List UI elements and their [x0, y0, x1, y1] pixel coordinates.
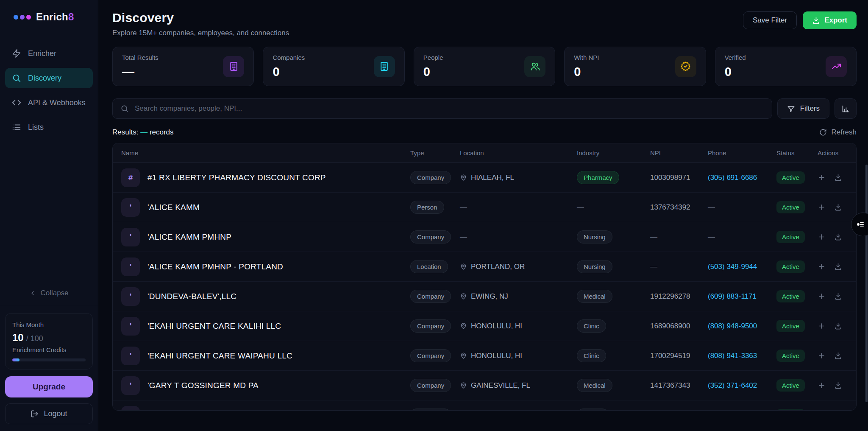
download-icon	[812, 17, 820, 25]
table-row[interactable]: ''ALICE KAMMPerson——1376734392—Active	[113, 193, 856, 222]
add-to-list-button[interactable]	[818, 322, 826, 330]
stat-label: Total Results	[122, 54, 159, 61]
plus-icon	[818, 322, 826, 330]
name-cell: ''ALICE KAMM PMHNP	[121, 228, 410, 246]
stat-card-verified: Verified0	[715, 47, 857, 86]
stat-card-total-results: Total Results—	[112, 47, 254, 86]
sidebar-item-api-webhooks[interactable]: API & Webhooks	[5, 92, 93, 113]
map-pin-icon	[460, 263, 467, 270]
results-count: —	[140, 128, 147, 136]
add-to-list-button[interactable]	[818, 263, 826, 271]
search-input[interactable]	[135, 104, 764, 113]
download-row-button[interactable]	[834, 203, 842, 211]
location-empty: —	[460, 203, 467, 211]
avatar: '	[121, 347, 140, 365]
main-content: Discovery Explore 15M+ companies, employ…	[98, 0, 868, 431]
download-row-button[interactable]	[834, 233, 842, 241]
stat-label: Verified	[725, 54, 746, 61]
chevron-left-icon	[29, 290, 36, 297]
phone-link[interactable]: (352) 371-6402	[708, 381, 757, 389]
phone-link[interactable]: (305) 691-6686	[708, 174, 757, 182]
chart-view-button[interactable]	[835, 98, 857, 119]
upgrade-button[interactable]: Upgrade	[5, 376, 93, 397]
stat-card-with-npi: With NPI0	[564, 47, 706, 86]
refresh-button[interactable]: Refresh	[819, 128, 857, 137]
save-filter-button[interactable]: Save Filter	[743, 11, 797, 29]
stat-value: 0	[574, 65, 599, 79]
phone-link[interactable]: (609) 883-1171	[708, 292, 757, 300]
table-row[interactable]: ##1 RX LIBERTY PHARMACY DISCOUNT CORPCom…	[113, 163, 856, 193]
table-row[interactable]: ''GENTLE DENTISTRY' JENNIFER SPIVEY DDSC…	[113, 400, 856, 411]
avatar: '	[121, 406, 140, 411]
location-cell: GAINESVILLE, FL	[460, 381, 577, 390]
name-cell: ##1 RX LIBERTY PHARMACY DISCOUNT CORP	[121, 168, 410, 187]
add-to-list-button[interactable]	[818, 174, 826, 182]
phone-link[interactable]: (503) 349-9944	[708, 263, 757, 271]
search-icon	[120, 104, 129, 113]
credits-used: 10	[12, 332, 24, 344]
bar-chart-icon	[841, 104, 850, 113]
status-badge: Active	[776, 260, 805, 273]
type-badge: Company	[410, 349, 451, 362]
usage-card: This Month 10 / 100 Enrichment Credits	[5, 313, 93, 369]
map-pin-icon	[460, 352, 467, 359]
sidebar-item-lists[interactable]: Lists	[5, 117, 93, 137]
table-row[interactable]: ''EKAHI URGENT CARE KALIHI LLCCompanyHON…	[113, 311, 856, 341]
collapse-button[interactable]: Collapse	[0, 283, 98, 306]
stat-card-people: People0	[414, 47, 555, 86]
brand-logo: Enrich8	[0, 0, 98, 23]
location-cell: PORTLAND, OR	[460, 263, 577, 271]
export-button[interactable]: Export	[803, 11, 857, 29]
sidebar-item-label: Lists	[28, 123, 44, 132]
stat-label: With NPI	[574, 54, 599, 61]
sidebar-item-label: Discovery	[28, 74, 61, 83]
download-row-button[interactable]	[834, 292, 842, 300]
logout-label: Logout	[44, 409, 67, 418]
avatar: '	[121, 376, 140, 395]
trending-up-icon	[826, 56, 847, 77]
add-to-list-button[interactable]	[818, 203, 826, 211]
plus-icon	[818, 292, 826, 300]
sliders-icon	[855, 219, 868, 229]
sidebar-item-discovery[interactable]: Discovery	[5, 68, 93, 88]
phone-link[interactable]: (808) 941-3363	[708, 352, 757, 360]
scrollbar-thumb[interactable]	[865, 165, 868, 402]
avatar: '	[121, 287, 140, 306]
map-pin-icon	[460, 382, 467, 389]
sidebar-item-enricher[interactable]: Enricher	[5, 43, 93, 64]
npi-empty: —	[650, 233, 657, 241]
entity-name: #1 RX LIBERTY PHARMACY DISCOUNT CORP	[147, 173, 326, 182]
table-row[interactable]: ''EKAHI URGENT CARE WAIPAHU LLCCompanyHO…	[113, 341, 856, 371]
table-row[interactable]: ''ALICE KAMM PMHNPCompany—Nursing——Activ…	[113, 222, 856, 252]
plus-icon	[818, 233, 826, 241]
download-row-button[interactable]	[834, 322, 842, 330]
credits-total: / 100	[26, 334, 43, 343]
npi-value: 1912296278	[650, 292, 690, 300]
location-cell: HONOLULU, HI	[460, 352, 577, 360]
download-row-button[interactable]	[834, 352, 842, 360]
phone-link[interactable]: (808) 948-9500	[708, 322, 757, 330]
plus-icon	[818, 381, 826, 389]
download-row-button[interactable]	[834, 263, 842, 271]
entity-name: 'GENTLE DENTISTRY' JENNIFER SPIVEY DDS	[147, 411, 326, 411]
add-to-list-button[interactable]	[818, 381, 826, 389]
npi-empty: —	[650, 263, 657, 271]
actions-cell	[818, 352, 848, 360]
add-to-list-button[interactable]	[818, 292, 826, 300]
actions-cell	[818, 203, 848, 211]
name-cell: ''GENTLE DENTISTRY' JENNIFER SPIVEY DDS	[121, 406, 410, 411]
location-empty: —	[460, 233, 467, 241]
table-row[interactable]: ''GARY T GOSSINGER MD PACompanyGAINESVIL…	[113, 371, 856, 400]
table-row[interactable]: ''ALICE KAMM PMHNP - PORTLANDLocationPOR…	[113, 252, 856, 282]
logout-button[interactable]: Logout	[5, 403, 93, 424]
download-row-button[interactable]	[834, 381, 842, 389]
refresh-label: Refresh	[831, 128, 857, 137]
refresh-icon	[819, 129, 827, 136]
type-badge: Company	[410, 379, 451, 392]
download-row-button[interactable]	[834, 174, 842, 182]
table-body: ##1 RX LIBERTY PHARMACY DISCOUNT CORPCom…	[113, 163, 856, 411]
add-to-list-button[interactable]	[818, 233, 826, 241]
table-row[interactable]: ''DUNDEVA-BALEV',LLCCompanyEWING, NJMedi…	[113, 282, 856, 311]
filters-button[interactable]: Filters	[777, 98, 829, 119]
add-to-list-button[interactable]	[818, 352, 826, 360]
